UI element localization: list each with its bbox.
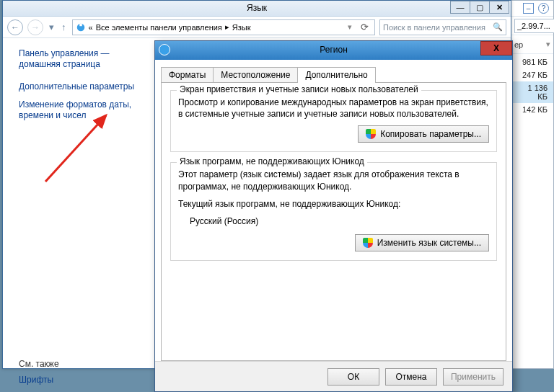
- cancel-button[interactable]: Отмена: [385, 368, 437, 386]
- group-desc: Просмотр и копирование международных пар…: [178, 97, 489, 120]
- search-input[interactable]: Поиск в панели управления 🔍: [379, 19, 506, 35]
- current-language-label: Текущий язык программ, не поддерживающих…: [178, 198, 489, 210]
- dialog-close-button[interactable]: X: [480, 41, 512, 55]
- file-row[interactable]: 981 КБ: [511, 55, 553, 68]
- side-pane: Панель управления — домашняя страница До…: [3, 38, 144, 368]
- copy-settings-button[interactable]: Копировать параметры...: [358, 125, 489, 143]
- tab-panel-advanced: Экран приветствия и учетные записи новых…: [161, 82, 506, 361]
- link-change-formats[interactable]: Изменение форматов даты, времени и чисел: [19, 99, 137, 121]
- refresh-icon[interactable]: ⟳: [358, 22, 371, 32]
- apply-button[interactable]: Применить: [443, 368, 504, 386]
- file-row[interactable]: 1 136 КБ: [511, 81, 553, 103]
- link-fonts[interactable]: Шрифты: [19, 375, 137, 386]
- tabstrip: Форматы Местоположение Дополнительно: [161, 67, 506, 83]
- window-title: Язык: [3, 3, 511, 13]
- region-dialog: Регион X Форматы Местоположение Дополнит…: [154, 40, 513, 392]
- up-button[interactable]: ↑: [60, 22, 68, 32]
- file-row[interactable]: 142 КБ: [511, 103, 553, 116]
- see-also-label: См. также: [19, 359, 137, 369]
- file-size-column: 981 КБ 247 КБ 1 136 КБ 142 КБ: [511, 54, 553, 117]
- control-panel-icon: [76, 22, 86, 32]
- explorer-min-button[interactable]: –: [523, 3, 534, 14]
- background-explorer-window: – ? ⟳ ер▾ 981 КБ 247 КБ 1 136 КБ 142 КБ: [511, 0, 554, 369]
- minimize-button[interactable]: —: [450, 1, 470, 14]
- address-dropdown-icon[interactable]: ▾: [345, 22, 355, 32]
- breadcrumb-seg[interactable]: Все элементы панели управления: [96, 23, 222, 32]
- group-legend: Экран приветствия и учетные записи новых…: [177, 84, 421, 94]
- recent-dropdown-icon[interactable]: ▾: [48, 22, 56, 32]
- group-non-unicode: Язык программ, не поддерживающих Юникод …: [170, 162, 497, 261]
- nav-toolbar: ← → ▾ ↑ « Все элементы панели управления…: [3, 17, 511, 38]
- svg-rect-1: [79, 23, 82, 26]
- close-button[interactable]: ✕: [489, 1, 509, 14]
- maximize-button[interactable]: ▢: [470, 1, 490, 14]
- breadcrumb-seg[interactable]: Язык: [232, 23, 251, 32]
- uac-shield-icon: [366, 129, 376, 139]
- group-desc: Этот параметр (язык системы) задает язык…: [178, 169, 489, 192]
- tab-formats[interactable]: Форматы: [161, 67, 214, 83]
- chevron-right-icon: ▸: [225, 22, 229, 32]
- forward-button[interactable]: →: [27, 19, 43, 35]
- address-bar[interactable]: « Все элементы панели управления ▸ Язык …: [72, 19, 376, 35]
- column-size-fragment: ер: [514, 40, 523, 49]
- search-placeholder: Поиск в панели управления: [383, 23, 485, 32]
- tab-advanced[interactable]: Дополнительно: [297, 67, 375, 83]
- group-welcome-screen: Экран приветствия и учетные записи новых…: [170, 90, 497, 152]
- explorer-help-button[interactable]: ?: [538, 3, 549, 14]
- dialog-button-row: ОК Отмена Применить: [155, 361, 512, 391]
- file-row[interactable]: 247 КБ: [511, 68, 553, 81]
- titlebar[interactable]: Язык — ▢ ✕: [3, 1, 511, 17]
- uac-shield-icon: [363, 238, 373, 248]
- change-system-locale-button[interactable]: Изменить язык системы...: [355, 234, 489, 251]
- link-additional-params[interactable]: Дополнительные параметры: [19, 81, 137, 92]
- group-legend: Язык программ, не поддерживающих Юникод: [177, 156, 367, 166]
- dialog-title: Регион: [155, 45, 512, 55]
- back-button[interactable]: ←: [7, 19, 23, 35]
- dropdown-icon[interactable]: ▾: [546, 40, 550, 49]
- ok-button[interactable]: ОК: [327, 368, 379, 386]
- tab-location[interactable]: Местоположение: [213, 67, 298, 83]
- explorer-address-fragment[interactable]: [514, 19, 554, 33]
- link-cp-home[interactable]: Панель управления — домашняя страница: [19, 48, 137, 70]
- search-icon: 🔍: [493, 22, 503, 32]
- dialog-titlebar[interactable]: Регион X: [155, 41, 512, 60]
- current-language-value: Русский (Россия): [190, 215, 489, 227]
